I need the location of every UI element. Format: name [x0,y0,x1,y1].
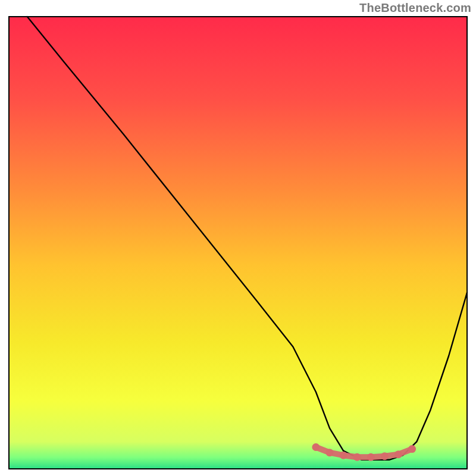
optimal-range-marker [381,452,389,460]
plot-background [9,17,467,469]
optimal-range-marker [394,450,402,458]
chart-stage: TheBottleneck.com [0,0,476,476]
bottleneck-chart [0,0,476,476]
optimal-range-marker [340,452,347,459]
optimal-range-marker [408,445,416,453]
optimal-range-marker [353,453,361,461]
optimal-range-marker [326,449,334,456]
optimal-range-marker [367,453,375,461]
optimal-range-marker [312,443,320,451]
